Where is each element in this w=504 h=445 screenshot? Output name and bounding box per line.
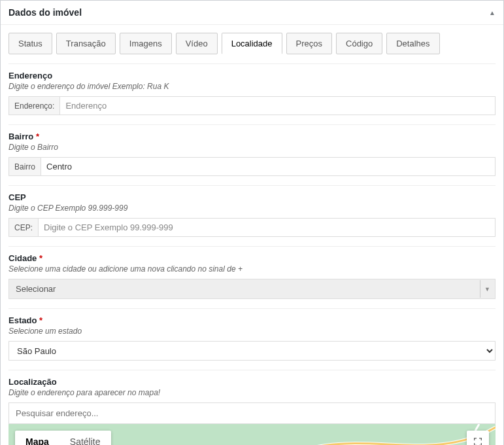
panel-title: Dados do imóvel [8,7,82,18]
required-mark: * [39,253,42,263]
field-localizacao: Localização Digite o enderenço para apar… [8,370,496,445]
map-type-satellite[interactable]: Satélite [59,431,111,445]
estado-hint: Selecione um estado [8,327,496,336]
field-estado: Estado * Selecione um estado São Paulo [8,309,496,370]
field-endereco: Enderenço Digite o enderenço do imóvel E… [8,63,496,125]
property-data-panel: Dados do imóvel ▲ Status Transação Image… [0,0,504,445]
bairro-label: Bairro * [8,132,496,141]
cep-prefix: CEP: [8,218,38,237]
cep-label: CEP [8,192,496,202]
estado-label: Estado * [8,315,496,325]
endereco-prefix: Enderenço: [8,96,59,115]
tab-video[interactable]: Vídeo [176,33,218,54]
tab-localidade[interactable]: Localidade [222,33,282,54]
cidade-select[interactable]: Selecionar ▼ [8,279,496,299]
tab-imagens[interactable]: Imagens [120,33,172,54]
map[interactable]: Mapa Satélite [8,424,496,445]
bairro-prefix: Bairro [8,157,41,176]
endereco-label: Enderenço [8,71,496,80]
field-bairro: Bairro * Digite o Bairro Bairro [8,125,496,186]
endereco-input[interactable] [59,96,496,115]
fullscreen-icon [473,436,483,445]
panel-header[interactable]: Dados do imóvel ▲ [1,1,503,25]
chevron-down-icon: ▼ [480,280,494,298]
cidade-select-text: Selecionar [16,284,56,294]
endereco-hint: Digite o enderenço do imóvel Exemplo: Ru… [8,82,496,91]
required-mark: * [39,315,42,325]
cep-hint: Digite o CEP Exemplo 99.999-999 [8,204,496,213]
tabs: Status Transação Imagens Vídeo Localidad… [8,33,496,54]
tab-transacao[interactable]: Transação [56,33,116,54]
cidade-label: Cidade * [8,253,496,263]
cidade-hint: Selecione uma cidade ou adicione uma nov… [8,264,496,274]
tab-precos[interactable]: Preços [286,33,332,54]
localizacao-label: Localização [8,377,496,387]
bairro-input[interactable] [41,157,496,176]
required-mark: * [36,132,39,141]
estado-select[interactable]: São Paulo [8,341,496,361]
tab-codigo[interactable]: Código [336,33,382,54]
tab-status[interactable]: Status [8,33,52,54]
map-type-map[interactable]: Mapa [15,431,59,445]
panel-body: Status Transação Imagens Vídeo Localidad… [1,25,503,445]
localizacao-hint: Digite o enderenço para aparecer no mapa… [8,388,496,397]
cep-input[interactable] [38,218,496,237]
collapse-icon: ▲ [489,9,496,16]
field-cep: CEP Digite o CEP Exemplo 99.999-999 CEP: [8,186,496,247]
bairro-hint: Digite o Bairro [8,143,496,152]
map-search-input[interactable] [8,402,496,424]
tab-detalhes[interactable]: Detalhes [386,33,439,54]
map-type-switch: Mapa Satélite [15,431,111,445]
field-cidade: Cidade * Selecione uma cidade ou adicion… [8,247,496,309]
fullscreen-button[interactable] [467,431,489,445]
